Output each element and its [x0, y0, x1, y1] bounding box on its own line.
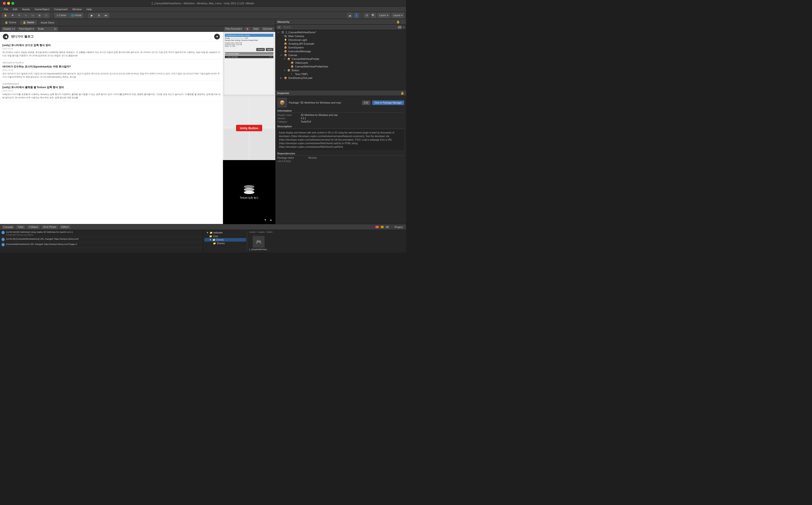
- tab-game[interactable]: 🔒 Game: [20, 20, 37, 25]
- hierarchy-canvas[interactable]: ▼ 📦 Canvas: [275, 53, 406, 57]
- console-msg-1[interactable]: i [14:55:34] [3D WebView] Using Vuplex 3…: [0, 230, 203, 237]
- unity-button-demo[interactable]: Unity Button: [236, 125, 262, 131]
- more-hierarchy-icon[interactable]: ⋮: [401, 20, 404, 23]
- menu-window[interactable]: Window: [71, 7, 84, 11]
- revert-button[interactable]: Revert: [256, 48, 265, 51]
- menu-gameobject[interactable]: GameObject: [33, 7, 51, 11]
- asset-simple-webview[interactable]: 🎮 1_SimpleWebView...: [249, 235, 268, 251]
- game-scale-control[interactable]: Scale ──── 1x: [36, 27, 58, 31]
- hierarchy-scripting-api[interactable]: 📦 Scripting API Example: [275, 42, 406, 46]
- hierarchy-scene-root[interactable]: ▼ 🎬 2_CanvasWebViewDemo*: [275, 30, 406, 34]
- stats-button[interactable]: Stats: [252, 27, 260, 31]
- menu-assets[interactable]: Assets: [20, 7, 32, 11]
- tab-scene[interactable]: 🔒 Scene: [2, 20, 19, 25]
- close-button[interactable]: [3, 2, 6, 5]
- move-tool-button[interactable]: ✥: [9, 13, 16, 18]
- layers-dropdown[interactable]: Layers ▾: [378, 13, 390, 18]
- display-name-label: Display name: [277, 114, 299, 116]
- blog-post-3[interactable]: unity3d/Research [unity] 유니티에서 플랫폼 별 Tex…: [0, 81, 223, 102]
- more-icon[interactable]: ⋮: [271, 21, 273, 24]
- favorite-button[interactable]: ★: [214, 34, 220, 39]
- menu-edit[interactable]: Edit: [11, 7, 19, 11]
- blog-column[interactable]: ◀ 앤디가이 블로그 ★ [unity] 유니티에서 오디오 압축 형식 정리 …: [0, 32, 223, 224]
- scroll-up-button[interactable]: ▼: [263, 217, 268, 222]
- audio-file-icon: ♫: [226, 56, 227, 58]
- play-button[interactable]: ▶: [89, 13, 95, 18]
- console-msg-3[interactable]: i [CanvasWebViewDemo] URL changed: https…: [0, 242, 203, 247]
- hierarchy-directional-light[interactable]: 💡 Directional Light: [275, 38, 406, 42]
- hierarchy-canvas-webview-prefab-view[interactable]: 📦 CanvasWebViewPrefabView: [275, 64, 406, 68]
- project-breadcrumb: Assets > Vuplex > WebV: [249, 231, 405, 233]
- rotate-tool-button[interactable]: ↻: [16, 13, 22, 18]
- game-display-dropdown[interactable]: Display 1 ▾: [1, 27, 16, 31]
- hierarchy-event-system[interactable]: 📦 EventSystem: [275, 46, 406, 49]
- project-tree-core[interactable]: 📁 Core: [205, 234, 246, 238]
- aspect-chevron-icon: ▾: [32, 27, 34, 30]
- hierarchy-dont-destroy[interactable]: ▶ 📦 DontDestroyOnLoad ⋮: [275, 76, 406, 80]
- console-msg-2[interactable]: i [14:55:36] [CanvasWebViewDemo] URL cha…: [0, 237, 203, 242]
- inspector-description-text: Easily display and interact with web con…: [277, 130, 404, 150]
- hierarchy-main-camera[interactable]: 📷 Main Camera: [275, 34, 406, 38]
- custom-tool-button[interactable]: ⬡: [43, 13, 49, 18]
- apply-button[interactable]: Apply: [266, 48, 273, 51]
- scale-tool-button[interactable]: ⤡: [23, 13, 29, 18]
- lock-inspector-icon[interactable]: 🔒: [401, 92, 404, 95]
- account-button[interactable]: 👤: [354, 13, 359, 18]
- maximize-button[interactable]: [11, 2, 14, 5]
- blog-post-1[interactable]: [unity] 유니티에서 오디오 압축 형식 정리 2022.10.14 유니…: [0, 41, 223, 59]
- game-aspect-dropdown[interactable]: Free Aspect ▾: [17, 27, 35, 31]
- history-button[interactable]: ↺: [364, 13, 369, 18]
- post1-body: 유니티에서 사운드 파일은 배경음, 효과음 등에서 AudioClip 형태로…: [2, 51, 220, 57]
- canvas-webview-prefab-view-label: CanvasWebViewPrefabView: [295, 65, 328, 68]
- view-in-pkg-mgr-button[interactable]: View in Package Manager: [372, 101, 404, 105]
- dont-destroy-menu-icon[interactable]: ⋮: [402, 77, 404, 79]
- hand-tool-button[interactable]: ✋: [2, 13, 9, 18]
- global-button[interactable]: 🌐 Global: [69, 13, 84, 18]
- lock-hierarchy-icon[interactable]: 🔒: [396, 20, 400, 23]
- minimize-button[interactable]: [7, 2, 10, 5]
- project-tree-scenes[interactable]: 📁 Scenes: [205, 241, 246, 245]
- tab-project[interactable]: Project: [393, 225, 404, 229]
- hierarchy-filter-button[interactable]: All: [397, 25, 402, 29]
- rect-tool-button[interactable]: ▭: [29, 13, 36, 18]
- hierarchy-button[interactable]: ▼ 📦 Button: [275, 68, 406, 72]
- demos-folder-label: Demos: [216, 238, 224, 241]
- project-tree-demos[interactable]: ▼ 📁 Demos: [205, 238, 246, 241]
- console-collapse-button[interactable]: Collapse: [27, 225, 40, 229]
- post2-cat: 재테크&투자/국내투자: [2, 61, 220, 64]
- hierarchy-search-input[interactable]: [282, 25, 397, 29]
- light-icon: 💡: [284, 39, 287, 41]
- blog-post-2[interactable]: 재테크&투자/국내투자 네이버가 인수하는 포시마크(poshmark)는 어떤…: [0, 59, 223, 81]
- hierarchy-add-button[interactable]: +: [277, 25, 281, 29]
- search-button[interactable]: 🔍: [371, 13, 376, 18]
- hierarchy-expand-button[interactable]: ⊞: [403, 26, 405, 28]
- hierarchy-text-tmp[interactable]: T Text (TMP): [275, 72, 406, 76]
- bottom-area: Console Clear Collapse Error Pause Edito…: [0, 224, 406, 252]
- play-focused-button[interactable]: Play Focused ▾: [224, 27, 244, 31]
- transform-tool-button[interactable]: ⊞: [36, 13, 42, 18]
- scroll-down-button[interactable]: ▲: [269, 217, 273, 222]
- event-system-label: EventSystem: [288, 46, 304, 49]
- pause-button[interactable]: ⏸: [96, 13, 102, 18]
- tab-console[interactable]: Console: [2, 225, 14, 229]
- inspector-description-section: Description Easily display and interact …: [277, 125, 404, 150]
- console-error-pause-button[interactable]: Error Pause: [41, 225, 57, 229]
- asset-label-simple-webview: 1_SimpleWebView...: [249, 248, 268, 250]
- layout-dropdown[interactable]: Layout ▾: [392, 13, 404, 18]
- menu-help[interactable]: Help: [85, 7, 94, 11]
- cloud-button[interactable]: ☁: [347, 13, 353, 18]
- pivot-button[interactable]: ⊙ Center: [54, 13, 69, 18]
- console-editor-button[interactable]: Editor ▾: [60, 225, 71, 229]
- tab-asset-store[interactable]: Asset Store: [38, 20, 57, 25]
- inspector-edit-button[interactable]: Edit: [362, 101, 370, 105]
- gizmos-button[interactable]: Gizmos ▾: [261, 27, 274, 31]
- console-clear-button[interactable]: Clear: [16, 225, 25, 229]
- menu-component[interactable]: Component: [52, 7, 70, 11]
- project-tree-webview[interactable]: ▼ 📁 webview: [205, 231, 246, 234]
- hierarchy-instruction-msg[interactable]: 📦 InstructionMessage: [275, 49, 406, 53]
- mute-button[interactable]: 🔇: [244, 27, 251, 31]
- step-button[interactable]: ⏭: [103, 13, 109, 18]
- menu-file[interactable]: File: [2, 7, 10, 11]
- hierarchy-video-layer[interactable]: 📦 VideoLayer: [275, 61, 406, 64]
- hierarchy-canvas-webview-prefab[interactable]: ▼ 📦 CanvasWebViewPrefab: [275, 57, 406, 61]
